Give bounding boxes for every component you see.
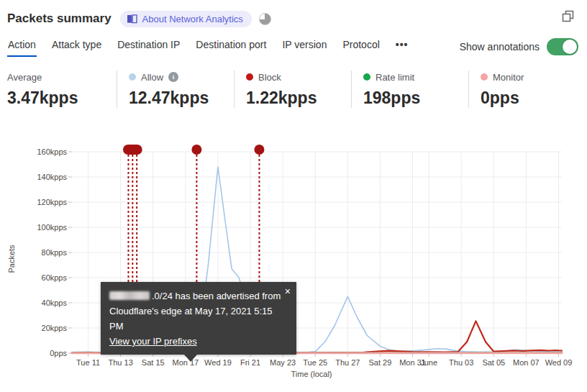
stat-block-label: Block (258, 72, 281, 83)
svg-text:Tue 25: Tue 25 (303, 358, 327, 367)
svg-text:40kpps: 40kpps (42, 298, 68, 307)
stat-dot-1 (129, 73, 136, 81)
svg-text:Sat 15: Sat 15 (142, 358, 165, 367)
tooltip-line-1: .0/24 has been advertised from (109, 288, 288, 304)
svg-text:Fri 21: Fri 21 (240, 358, 260, 367)
svg-text:160kpps: 160kpps (37, 147, 67, 156)
svg-text:June: June (420, 358, 437, 367)
tab-action[interactable]: Action (7, 36, 37, 57)
pie-progress-icon[interactable] (259, 13, 271, 25)
stat-dot-2 (246, 73, 253, 81)
annotation-tooltip: × .0/24 has been advertised from Cloudfl… (101, 282, 296, 355)
stat-allow-label: Allow (141, 72, 163, 83)
tab-protocol[interactable]: Protocol (342, 36, 380, 57)
stat-allow-value: 12.47kpps (129, 88, 234, 108)
badge-label: About Network Analytics (142, 14, 243, 24)
stat-dot-3 (363, 73, 370, 81)
svg-text:20kpps: 20kpps (42, 324, 68, 332)
svg-text:0pps: 0pps (50, 349, 67, 357)
book-icon (127, 14, 137, 24)
page-title: Packets summary (7, 12, 112, 26)
stat-monitor-value: 0pps (481, 88, 586, 108)
tab-ip-version[interactable]: IP version (281, 36, 327, 57)
stat-rate-limit: Rate limit 198pps (351, 70, 468, 108)
about-network-analytics-badge[interactable]: About Network Analytics (120, 11, 252, 27)
svg-text:Wed 09: Wed 09 (545, 358, 573, 367)
tooltip-line-2: Cloudflare's edge at May 17, 2021 5:15 P… (109, 304, 288, 334)
stat-allow: Allow i 12.47kpps (117, 70, 234, 108)
show-annotations-toggle[interactable] (547, 38, 578, 55)
svg-text:120kpps: 120kpps (37, 198, 67, 206)
svg-text:Thu 27: Thu 27 (335, 358, 360, 367)
stat-block-value: 1.22kpps (246, 88, 351, 108)
tabs-more-button[interactable]: ••• (395, 36, 409, 57)
show-annotations-control: Show annotations (460, 38, 578, 55)
stat-average-label: Average (7, 72, 42, 83)
svg-text:Sat 29: Sat 29 (369, 358, 392, 367)
header: Packets summary About Network Analytics (7, 7, 580, 30)
info-icon[interactable]: i (168, 72, 178, 82)
show-annotations-label: Show annotations (460, 41, 540, 53)
stat-block: Block 1.22kpps (234, 70, 351, 108)
svg-text:Tue 11: Tue 11 (76, 358, 100, 367)
svg-text:60kpps: 60kpps (42, 273, 68, 282)
view-ip-prefixes-link[interactable]: View your IP prefixes (109, 336, 197, 347)
tab-destination-ip[interactable]: Destination IP (117, 36, 181, 57)
svg-text:Wed 19: Wed 19 (204, 358, 232, 367)
svg-text:Sat 05: Sat 05 (482, 358, 505, 367)
tab-attack-type[interactable]: Attack type (51, 36, 102, 57)
svg-text:Thu 03: Thu 03 (449, 358, 473, 367)
tab-destination-port[interactable]: Destination port (195, 36, 267, 57)
svg-text:Time (local): Time (local) (291, 370, 332, 378)
svg-text:Packets: Packets (7, 245, 16, 273)
svg-text:Thu 13: Thu 13 (109, 358, 133, 367)
svg-text:100kpps: 100kpps (37, 223, 67, 232)
stat-average-value: 3.47kpps (7, 88, 117, 108)
tooltip-pointer (184, 355, 197, 362)
tooltip-close-button[interactable]: × (283, 285, 292, 298)
svg-text:Mon 07: Mon 07 (513, 358, 540, 367)
stat-monitor: Monitor 0pps (468, 70, 586, 108)
stat-average: Average 3.47kpps (7, 70, 117, 108)
svg-text:140kpps: 140kpps (37, 173, 67, 181)
stat-rate-limit-label: Rate limit (376, 72, 414, 83)
stat-monitor-label: Monitor (493, 72, 524, 83)
stats-row: Average 3.47kpps Allow i 12.47kpps Block… (7, 70, 586, 108)
stat-rate-limit-value: 198pps (363, 88, 468, 108)
stat-dot-4 (481, 73, 488, 81)
popout-icon[interactable] (562, 10, 574, 25)
redacted-ip-prefix (109, 291, 150, 300)
toggle-knob (563, 40, 577, 54)
svg-text:80kpps: 80kpps (42, 248, 68, 257)
svg-text:May 23: May 23 (270, 358, 296, 367)
tabs-row: Action Attack type Destination IP Destin… (7, 36, 578, 57)
